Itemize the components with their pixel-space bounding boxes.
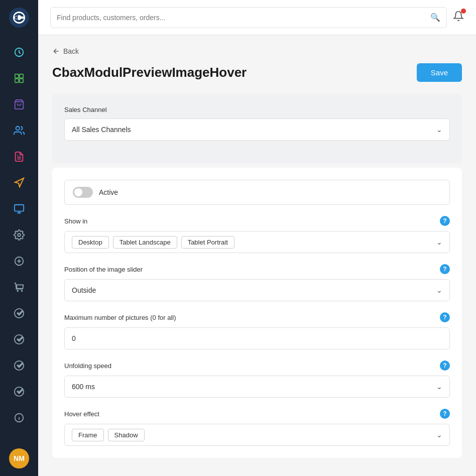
tag-shadow: Shadow [108, 429, 145, 441]
sidebar-item-customers[interactable] [0, 117, 38, 144]
svg-point-14 [17, 290, 18, 291]
save-button[interactable]: Save [417, 63, 462, 82]
show-in-field: Show in ? Desktop Tablet Landscape Table… [64, 216, 450, 253]
sidebar-item-rocket1[interactable] [0, 300, 38, 326]
hover-effect-tags: Frame Shadow [72, 429, 145, 441]
sidebar-item-marketing[interactable] [0, 170, 38, 196]
hover-effect-select[interactable]: Frame Shadow ⌄ [64, 424, 450, 446]
notification-badge [461, 9, 466, 14]
active-field: Active [64, 180, 450, 205]
position-label: Position of the image slider [64, 266, 143, 273]
sidebar: NM [0, 0, 38, 476]
active-label: Active [99, 188, 118, 196]
unfolding-speed-help-icon[interactable]: ? [440, 361, 450, 371]
svg-point-6 [16, 127, 20, 130]
user-avatar-section: NM [0, 441, 38, 476]
sidebar-item-add[interactable] [0, 248, 38, 274]
position-select[interactable]: Outside ⌄ [64, 279, 450, 301]
hover-effect-field: Hover effect ? Frame Shadow ⌄ [64, 409, 450, 446]
sidebar-logo [0, 0, 38, 35]
show-in-label-row: Show in ? [64, 216, 450, 226]
unfolding-speed-label-row: Unfolding speed ? [64, 361, 450, 371]
svg-rect-9 [15, 205, 24, 211]
svg-rect-2 [20, 74, 23, 78]
sidebar-item-info[interactable] [0, 405, 38, 431]
hover-effect-label: Hover effect [64, 410, 99, 418]
chevron-down-icon: ⌄ [436, 126, 442, 134]
hover-effect-help-icon[interactable]: ? [440, 409, 450, 419]
unfolding-speed-label: Unfolding speed [64, 362, 111, 370]
position-label-row: Position of the image slider ? [64, 264, 450, 274]
position-field: Position of the image slider ? Outside ⌄ [64, 264, 450, 301]
max-pictures-label-row: Maximum number of pictures (0 for all) ? [64, 312, 450, 322]
logo-icon [9, 8, 29, 28]
sidebar-item-basket[interactable] [0, 274, 38, 300]
search-bar: 🔍 [50, 7, 447, 28]
avatar[interactable]: NM [9, 448, 29, 468]
topbar: 🔍 [38, 0, 476, 35]
sidebar-item-rocket2[interactable] [0, 326, 38, 352]
sales-channel-card: Sales Channel All Sales Channels ⌄ [52, 94, 462, 164]
svg-point-15 [22, 290, 23, 291]
svg-point-10 [18, 233, 21, 236]
chevron-down-icon: ⌄ [436, 286, 442, 294]
back-link[interactable]: Back [52, 47, 462, 55]
page-header: CbaxModulPreviewImageHover Save [52, 63, 462, 82]
tag-tablet-landscape: Tablet Landscape [113, 236, 177, 249]
sidebar-nav [0, 35, 38, 441]
sidebar-item-dashboard[interactable] [0, 39, 38, 65]
main-area: 🔍 Back CbaxModulPreviewImageHover Save [38, 0, 476, 476]
toggle-row: Active [73, 187, 118, 198]
max-pictures-label: Maximum number of pictures (0 for all) [64, 314, 176, 321]
tag-desktop: Desktop [72, 236, 109, 249]
show-in-label: Show in [64, 217, 87, 225]
sidebar-item-orders[interactable] [0, 91, 38, 117]
show-in-select[interactable]: Desktop Tablet Landscape Tablet Portrait… [64, 231, 450, 253]
hover-effect-label-row: Hover effect ? [64, 409, 450, 419]
sales-channel-label: Sales Channel [64, 106, 450, 113]
sidebar-item-settings[interactable] [0, 222, 38, 248]
unfolding-speed-select[interactable]: 600 ms ⌄ [64, 376, 450, 398]
tag-frame: Frame [72, 429, 104, 441]
notification-bell[interactable] [453, 11, 464, 24]
back-arrow-icon [52, 47, 60, 55]
sidebar-item-extensions[interactable] [0, 196, 38, 222]
show-in-tags: Desktop Tablet Landscape Tablet Portrait [72, 236, 234, 249]
active-toggle[interactable] [73, 187, 93, 198]
svg-rect-4 [20, 79, 23, 82]
svg-rect-3 [15, 79, 19, 82]
max-pictures-field: Maximum number of pictures (0 for all) ?… [64, 312, 450, 349]
sidebar-item-reports[interactable] [0, 144, 38, 170]
chevron-down-icon: ⌄ [436, 383, 442, 391]
page-title: CbaxModulPreviewImageHover [52, 65, 247, 80]
unfolding-speed-field: Unfolding speed ? 600 ms ⌄ [64, 361, 450, 398]
topbar-icons [453, 11, 464, 24]
sales-channel-select[interactable]: All Sales Channels ⌄ [64, 118, 450, 141]
max-pictures-help-icon[interactable]: ? [440, 312, 450, 322]
search-icon: 🔍 [430, 13, 440, 22]
tag-tablet-portrait: Tablet Portrait [181, 236, 234, 249]
settings-card: Active Show in ? Desktop Tablet Landscap… [52, 168, 462, 458]
max-pictures-input[interactable]: 0 [64, 327, 450, 349]
sales-channel-field: Sales Channel All Sales Channels ⌄ [64, 106, 450, 141]
page-content: Back CbaxModulPreviewImageHover Save Sal… [38, 35, 476, 476]
sidebar-item-catalog[interactable] [0, 65, 38, 91]
svg-rect-1 [15, 74, 19, 78]
chevron-down-icon: ⌄ [436, 431, 442, 439]
chevron-down-icon: ⌄ [436, 238, 442, 246]
sidebar-item-rocket3[interactable] [0, 352, 38, 379]
active-row: Active [64, 180, 450, 205]
toggle-thumb [74, 188, 82, 196]
position-help-icon[interactable]: ? [440, 264, 450, 274]
search-input[interactable] [57, 14, 430, 22]
show-in-help-icon[interactable]: ? [440, 216, 450, 226]
sidebar-item-rocket4[interactable] [0, 379, 38, 405]
